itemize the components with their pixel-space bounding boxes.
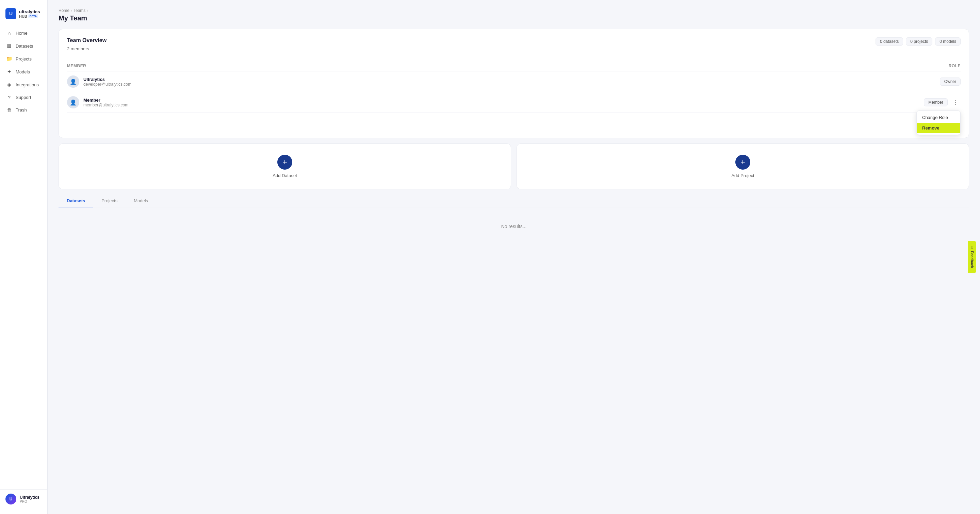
team-left: Team Overview 2 members <box>67 37 107 58</box>
logo-name: ultralytics <box>19 9 40 14</box>
tab-datasets[interactable]: Datasets <box>59 195 93 207</box>
stat-models: 0 models <box>935 37 961 46</box>
logo-text: ultralytics HUB BETA <box>19 9 40 18</box>
member-details: Member member@ultralytics.com <box>83 98 128 108</box>
members-table: Member Role 👤 Ultralytics developer@ultr… <box>67 63 961 113</box>
user-plan: PRO <box>20 500 40 503</box>
logo: U ultralytics HUB BETA <box>0 5 47 27</box>
sidebar-item-models[interactable]: ✦ Models <box>3 66 45 78</box>
breadcrumb-sep1: › <box>71 8 72 13</box>
team-overview-card: Team Overview 2 members 0 datasets 0 pro… <box>59 29 969 138</box>
beta-badge: BETA <box>28 14 38 18</box>
sidebar-item-projects[interactable]: 📁 Projects <box>3 53 45 65</box>
tabs-row: Datasets Projects Models <box>59 195 969 207</box>
member-email: member@ultralytics.com <box>83 103 128 108</box>
stat-projects: 0 projects <box>906 37 932 46</box>
sidebar-item-label: Home <box>16 30 27 36</box>
member-name: Member <box>83 98 128 103</box>
home-icon: ⌂ <box>6 30 12 36</box>
sidebar-item-label: Integrations <box>16 82 39 87</box>
sidebar-item-label: Projects <box>16 56 32 62</box>
sidebar-item-datasets[interactable]: ▦ Datasets <box>3 40 45 52</box>
table-header: Member Role <box>67 63 961 71</box>
add-dataset-card[interactable]: + Add Dataset <box>59 143 511 189</box>
add-project-card[interactable]: + Add Project <box>517 143 969 189</box>
sidebar-item-support[interactable]: ? Support <box>3 92 45 103</box>
role-badge: Owner <box>940 78 961 86</box>
sidebar-footer: U Ultralytics PRO <box>0 489 47 509</box>
table-row: 👤 Member member@ultralytics.com Member ⋮… <box>67 92 961 113</box>
more-options-button[interactable]: ⋮ <box>950 98 961 106</box>
member-avatar: 👤 <box>67 76 79 88</box>
integrations-icon: ◈ <box>6 82 12 88</box>
breadcrumb-sep2: › <box>87 8 88 13</box>
add-project-icon: + <box>735 155 750 170</box>
invite-row: Invite <box>67 118 961 130</box>
sidebar-item-label: Datasets <box>16 43 33 49</box>
breadcrumb-home[interactable]: Home <box>59 8 69 13</box>
role-section: Owner <box>940 78 961 86</box>
nav-menu: ⌂ Home ▦ Datasets 📁 Projects ✦ Models ◈ … <box>0 27 47 489</box>
role-col-header: Role <box>949 63 961 68</box>
dropdown-menu: Change Role Remove <box>916 111 961 135</box>
models-icon: ✦ <box>6 69 12 75</box>
members-count: 2 members <box>67 46 107 51</box>
add-project-label: Add Project <box>731 173 754 178</box>
change-role-item[interactable]: Change Role <box>917 112 960 123</box>
team-overview-title: Team Overview <box>67 37 107 43</box>
feedback-icon: ☺ <box>970 246 974 249</box>
trash-icon: 🗑 <box>6 107 12 113</box>
role-section: Member ⋮ Change Role Remove <box>924 98 961 106</box>
member-details: Ultralytics developer@ultralytics.com <box>83 77 131 87</box>
logo-sub: HUB BETA <box>19 14 40 18</box>
no-results-text: No results... <box>59 213 969 240</box>
add-dataset-label: Add Dataset <box>272 173 297 178</box>
user-name: Ultralytics <box>20 495 40 500</box>
team-header-row: Team Overview 2 members 0 datasets 0 pro… <box>67 37 961 58</box>
stats-and-invite: 0 datasets 0 projects 0 models <box>875 37 961 46</box>
tabs-section: Datasets Projects Models No results... <box>59 195 969 240</box>
logo-icon: U <box>5 8 16 19</box>
avatar: U <box>5 493 16 504</box>
sidebar-item-label: Models <box>16 69 30 75</box>
main-content: Home › Teams › My Team Team Overview 2 m… <box>48 0 980 514</box>
member-info: 👤 Member member@ultralytics.com <box>67 96 128 108</box>
member-col-header: Member <box>67 63 86 68</box>
sidebar-item-trash[interactable]: 🗑 Trash <box>3 104 45 116</box>
add-cards-row: + Add Dataset + Add Project <box>59 143 969 189</box>
remove-item[interactable]: Remove <box>917 123 960 133</box>
projects-icon: 📁 <box>6 56 12 62</box>
feedback-button[interactable]: ☺ Feedback <box>968 241 976 273</box>
tab-models[interactable]: Models <box>126 195 156 207</box>
add-dataset-icon: + <box>277 155 292 170</box>
feedback-label: Feedback <box>970 251 974 268</box>
user-info: Ultralytics PRO <box>20 495 40 503</box>
role-badge: Member <box>924 98 948 106</box>
datasets-icon: ▦ <box>6 43 12 49</box>
page-title: My Team <box>59 14 969 22</box>
sidebar-item-home[interactable]: ⌂ Home <box>3 27 45 39</box>
stat-datasets: 0 datasets <box>875 37 903 46</box>
sidebar-item-label: Trash <box>16 108 27 113</box>
breadcrumb: Home › Teams › <box>59 8 969 13</box>
sidebar-item-label: Support <box>16 95 31 100</box>
member-email: developer@ultralytics.com <box>83 82 131 87</box>
table-row: 👤 Ultralytics developer@ultralytics.com … <box>67 71 961 92</box>
member-info: 👤 Ultralytics developer@ultralytics.com <box>67 76 131 88</box>
sidebar: U ultralytics HUB BETA ⌂ Home ▦ Datasets… <box>0 0 48 514</box>
logo-hub: HUB <box>19 14 27 18</box>
support-icon: ? <box>6 95 12 100</box>
member-avatar: 👤 <box>67 96 79 108</box>
member-name: Ultralytics <box>83 77 131 82</box>
sidebar-item-integrations[interactable]: ◈ Integrations <box>3 79 45 91</box>
breadcrumb-teams[interactable]: Teams <box>73 8 86 13</box>
tab-projects[interactable]: Projects <box>93 195 126 207</box>
